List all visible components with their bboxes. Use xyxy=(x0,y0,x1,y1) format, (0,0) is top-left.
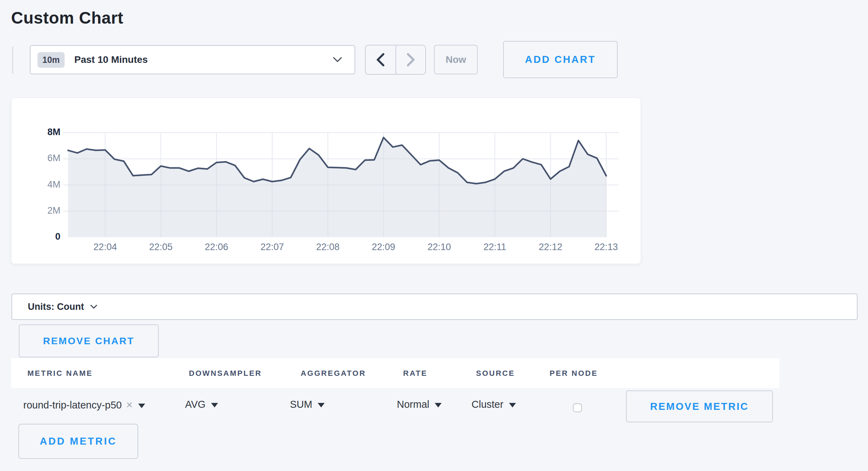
column-header-metric-name: METRIC NAME xyxy=(27,369,93,378)
downsampler-select[interactable]: AVG xyxy=(185,399,218,410)
y-axis-tick-label: 8M xyxy=(24,127,60,138)
source-select[interactable]: Cluster xyxy=(471,399,516,410)
x-axis-tick-label: 22:11 xyxy=(470,242,519,253)
chevron-down-icon xyxy=(90,305,97,309)
column-header-aggregator: AGGREGATOR xyxy=(301,369,366,378)
x-axis-tick-label: 22:08 xyxy=(303,242,352,253)
downsampler-value: AVG xyxy=(185,399,206,410)
time-window-label: Past 10 Minutes xyxy=(74,54,148,65)
now-button[interactable]: Now xyxy=(434,45,478,74)
caret-down-icon xyxy=(435,403,442,407)
units-dropdown-label: Units: Count xyxy=(28,301,84,312)
chevron-left-icon xyxy=(376,53,385,66)
y-axis-tick-label: 6M xyxy=(24,153,60,164)
y-axis-tick-label: 2M xyxy=(24,205,60,216)
time-range-dropdown[interactable]: 10m Past 10 Minutes xyxy=(30,45,355,74)
clear-metric-icon[interactable]: × xyxy=(126,399,133,411)
x-axis-tick-label: 22:12 xyxy=(526,242,575,253)
metric-name-value: round-trip-latency-p50 xyxy=(23,399,122,411)
y-axis-tick-label: 4M xyxy=(24,179,60,190)
chevron-down-icon xyxy=(333,57,342,63)
caret-down-icon xyxy=(211,403,218,407)
time-pager xyxy=(365,45,426,75)
chevron-right-icon xyxy=(407,53,415,66)
column-header-downsampler: DOWNSAMPLER xyxy=(189,369,262,378)
x-axis-tick-label: 22:04 xyxy=(81,242,130,253)
y-axis-tick-label: 0 xyxy=(24,231,60,242)
now-button-label: Now xyxy=(445,54,466,65)
time-window-badge: 10m xyxy=(37,52,65,68)
caret-down-icon xyxy=(318,403,325,407)
prev-time-button[interactable] xyxy=(366,46,395,74)
units-dropdown[interactable]: Units: Count xyxy=(11,294,858,320)
caret-down-icon xyxy=(138,404,145,408)
per-node-checkbox[interactable] xyxy=(573,403,582,412)
page-title: Custom Chart xyxy=(11,8,123,27)
remove-chart-label: REMOVE CHART xyxy=(43,336,134,347)
x-axis-tick-label: 22:10 xyxy=(415,242,464,253)
x-axis-tick-label: 22:07 xyxy=(248,242,297,253)
rate-value: Normal xyxy=(397,399,429,410)
column-header-source: SOURCE xyxy=(476,369,515,378)
remove-metric-button[interactable]: REMOVE METRIC xyxy=(626,390,773,422)
toolbar-accent-divider xyxy=(12,47,13,74)
add-metric-label: ADD METRIC xyxy=(40,436,117,447)
metrics-table-header: METRIC NAME DOWNSAMPLER AGGREGATOR RATE … xyxy=(11,358,779,388)
chart-card: 8M6M4M2M022:0422:0522:0622:0722:0822:092… xyxy=(11,98,641,264)
next-time-button[interactable] xyxy=(395,46,425,74)
aggregator-value: SUM xyxy=(290,399,312,410)
metric-name-select[interactable]: round-trip-latency-p50 × xyxy=(23,399,145,411)
remove-chart-button[interactable]: REMOVE CHART xyxy=(19,324,159,357)
aggregator-select[interactable]: SUM xyxy=(290,399,325,410)
column-header-per-node: PER NODE xyxy=(550,369,598,378)
add-chart-label: ADD CHART xyxy=(525,54,596,65)
source-value: Cluster xyxy=(471,399,503,410)
column-header-rate: RATE xyxy=(403,369,427,378)
x-axis-tick-label: 22:05 xyxy=(136,242,185,253)
x-axis-tick-label: 22:13 xyxy=(582,242,631,253)
rate-select[interactable]: Normal xyxy=(397,399,442,410)
add-chart-button[interactable]: ADD CHART xyxy=(503,41,618,78)
timeseries-area-chart[interactable] xyxy=(11,98,641,264)
add-metric-button[interactable]: ADD METRIC xyxy=(18,424,138,459)
x-axis-tick-label: 22:09 xyxy=(359,242,408,253)
remove-metric-label: REMOVE METRIC xyxy=(650,401,749,412)
x-axis-tick-label: 22:06 xyxy=(192,242,241,253)
caret-down-icon xyxy=(509,403,516,407)
